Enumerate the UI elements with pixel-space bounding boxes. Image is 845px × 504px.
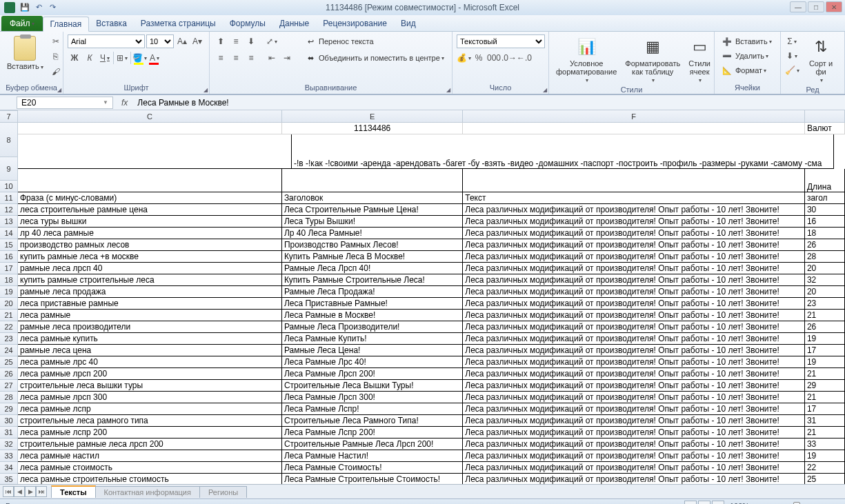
decrease-font-icon[interactable]: A▾ bbox=[190, 34, 204, 48]
align-center-icon[interactable]: ≡ bbox=[229, 51, 243, 65]
close-button[interactable]: ✕ bbox=[826, 1, 842, 12]
number-format-select[interactable]: Текстовый bbox=[457, 34, 545, 48]
fill-color-icon[interactable]: 🪣 bbox=[132, 51, 146, 65]
format-cells-button[interactable]: 📐Формат bbox=[719, 63, 769, 77]
copy-icon[interactable]: ⎘ bbox=[49, 50, 63, 63]
group-number: Текстовый 💰 % 000 .0→ ←.0 Число ◢ bbox=[453, 32, 549, 94]
increase-font-icon[interactable]: A▴ bbox=[175, 34, 189, 48]
title-bar: 💾 ↶ ↷ 11134486 [Режим совместимости] - M… bbox=[0, 0, 845, 15]
font-dialog-icon[interactable]: ◢ bbox=[203, 87, 208, 93]
font-color-icon[interactable]: A bbox=[148, 51, 161, 65]
data-cells[interactable]: 11134486Валют-!в -!как -!своими -аренда … bbox=[18, 123, 845, 484]
sheet-nav-last-icon[interactable]: ⏭ bbox=[36, 486, 47, 497]
font-name-select[interactable]: Arial bbox=[68, 34, 145, 48]
tab-file[interactable]: Файл bbox=[1, 16, 43, 31]
minimize-button[interactable]: — bbox=[790, 1, 806, 12]
align-right-icon[interactable]: ≡ bbox=[244, 51, 258, 65]
delete-cells-button[interactable]: ➖Удалить bbox=[719, 49, 771, 63]
sheet-tab-regions[interactable]: Регионы bbox=[199, 486, 247, 498]
tab-formulas[interactable]: Формулы bbox=[223, 16, 272, 31]
currency-icon[interactable]: 💰 bbox=[457, 51, 470, 65]
align-middle-icon[interactable]: ≡ bbox=[229, 34, 243, 48]
tab-insert[interactable]: Вставка bbox=[89, 16, 134, 31]
orientation-icon[interactable]: ⤢ bbox=[265, 34, 279, 48]
column-headers[interactable]: CEF bbox=[18, 110, 845, 123]
percent-icon[interactable]: % bbox=[472, 51, 486, 65]
fill-icon[interactable]: ⬇ bbox=[785, 49, 799, 63]
sheet-tab-texts[interactable]: Тексты bbox=[51, 485, 96, 498]
align-dialog-icon[interactable]: ◢ bbox=[446, 87, 450, 93]
decrease-indent-icon[interactable]: ⇤ bbox=[265, 51, 279, 65]
group-cells: ➕Вставить ➖Удалить 📐Формат Ячейки bbox=[715, 32, 781, 94]
formula-bar: E20▼ fx Леса Рамные в Москве! bbox=[0, 95, 845, 110]
name-box[interactable]: E20▼ bbox=[17, 97, 113, 109]
merge-icon: ⬌ bbox=[305, 52, 316, 63]
view-normal-icon[interactable] bbox=[684, 501, 697, 505]
paste-button[interactable]: Вставить bbox=[4, 34, 46, 72]
wrap-text-button[interactable]: ↩Перенос текста bbox=[302, 34, 447, 48]
formula-input[interactable]: Леса Рамные в Москве! bbox=[133, 98, 845, 108]
format-table-button[interactable]: ▦Форматировать как таблицу bbox=[622, 34, 683, 85]
align-bottom-icon[interactable]: ⬇ bbox=[244, 34, 258, 48]
view-pagebreak-icon[interactable] bbox=[712, 501, 724, 505]
format-icon: 📐 bbox=[722, 65, 733, 76]
group-clipboard: Вставить ✂ ⎘ 🖌 Буфер обмена ◢ bbox=[0, 32, 63, 94]
wrap-icon: ↩ bbox=[305, 36, 316, 47]
sort-icon: ⇅ bbox=[810, 36, 832, 58]
merge-button[interactable]: ⬌Объединить и поместить в центре bbox=[302, 51, 447, 65]
comma-icon[interactable]: 000 bbox=[487, 51, 501, 65]
tab-view[interactable]: Вид bbox=[394, 16, 423, 31]
format-painter-icon[interactable]: 🖌 bbox=[49, 65, 63, 79]
increase-decimal-icon[interactable]: .0→ bbox=[502, 51, 516, 65]
border-icon[interactable]: ⊞ bbox=[115, 51, 129, 65]
fx-icon[interactable]: fx bbox=[116, 98, 133, 108]
tab-pagelayout[interactable]: Разметка страницы bbox=[134, 16, 223, 31]
window-title: 11134486 [Режим совместимости] - Microso… bbox=[326, 3, 519, 12]
bold-button[interactable]: Ж bbox=[68, 51, 81, 65]
view-pagelayout-icon[interactable] bbox=[698, 501, 710, 505]
row-headers[interactable]: 7891011121314151617181920212223242526272… bbox=[0, 111, 18, 484]
increase-indent-icon[interactable]: ⇥ bbox=[280, 51, 294, 65]
chevron-down-icon: ▼ bbox=[103, 99, 108, 105]
cell-styles-button[interactable]: ▭Стили ячеек bbox=[686, 34, 713, 85]
zoom-out-icon[interactable]: − bbox=[753, 502, 757, 505]
quick-access-toolbar: 💾 ↶ ↷ bbox=[19, 1, 58, 12]
decrease-decimal-icon[interactable]: ←.0 bbox=[517, 51, 531, 65]
tab-home[interactable]: Главная bbox=[43, 17, 90, 32]
cond-format-icon: 📊 bbox=[575, 36, 597, 58]
ribbon: Вставить ✂ ⎘ 🖌 Буфер обмена ◢ Arial 10 A… bbox=[0, 32, 845, 95]
sheet-tab-contact[interactable]: Контактная информация bbox=[95, 486, 200, 498]
zoom-control[interactable]: 100% − + bbox=[730, 502, 839, 505]
clear-icon[interactable]: 🧹 bbox=[785, 63, 799, 77]
conditional-format-button[interactable]: 📊Условное форматирование bbox=[553, 34, 619, 85]
underline-button[interactable]: Ч bbox=[98, 51, 112, 65]
spreadsheet-grid[interactable]: 7891011121314151617181920212223242526272… bbox=[0, 110, 845, 484]
select-all-corner[interactable] bbox=[0, 110, 18, 111]
italic-button[interactable]: К bbox=[83, 51, 97, 65]
excel-icon bbox=[4, 2, 15, 13]
font-size-select[interactable]: 10 bbox=[146, 34, 174, 48]
sheet-nav-first-icon[interactable]: ⏮ bbox=[3, 486, 14, 497]
number-dialog-icon[interactable]: ◢ bbox=[543, 87, 547, 93]
delete-icon: ➖ bbox=[722, 50, 733, 61]
autosum-icon[interactable]: Σ bbox=[785, 34, 799, 48]
group-editing: Σ ⬇ 🧹 ⇅Сорт и фи Ред bbox=[781, 32, 845, 94]
qat-redo-icon[interactable]: ↷ bbox=[47, 1, 58, 12]
insert-cells-button[interactable]: ➕Вставить bbox=[719, 34, 775, 48]
cut-icon[interactable]: ✂ bbox=[49, 34, 63, 48]
sheet-nav-prev-icon[interactable]: ◀ bbox=[14, 486, 25, 497]
table-icon: ▦ bbox=[642, 36, 664, 58]
qat-save-icon[interactable]: 💾 bbox=[19, 1, 30, 12]
sheet-nav-next-icon[interactable]: ▶ bbox=[25, 486, 36, 497]
align-top-icon[interactable]: ⬆ bbox=[214, 34, 228, 48]
zoom-in-icon[interactable]: + bbox=[835, 502, 839, 505]
qat-undo-icon[interactable]: ↶ bbox=[33, 1, 44, 12]
clipboard-dialog-icon[interactable]: ◢ bbox=[57, 87, 61, 93]
cell-styles-icon: ▭ bbox=[688, 36, 710, 58]
tab-data[interactable]: Данные bbox=[272, 16, 316, 31]
align-left-icon[interactable]: ≡ bbox=[214, 51, 228, 65]
maximize-button[interactable]: □ bbox=[808, 1, 824, 12]
sort-filter-button[interactable]: ⇅Сорт и фи bbox=[802, 34, 840, 85]
sheet-tab-bar: ⏮ ◀ ▶ ⏭ Тексты Контактная информация Рег… bbox=[0, 484, 845, 498]
tab-review[interactable]: Рецензирование bbox=[316, 16, 394, 31]
